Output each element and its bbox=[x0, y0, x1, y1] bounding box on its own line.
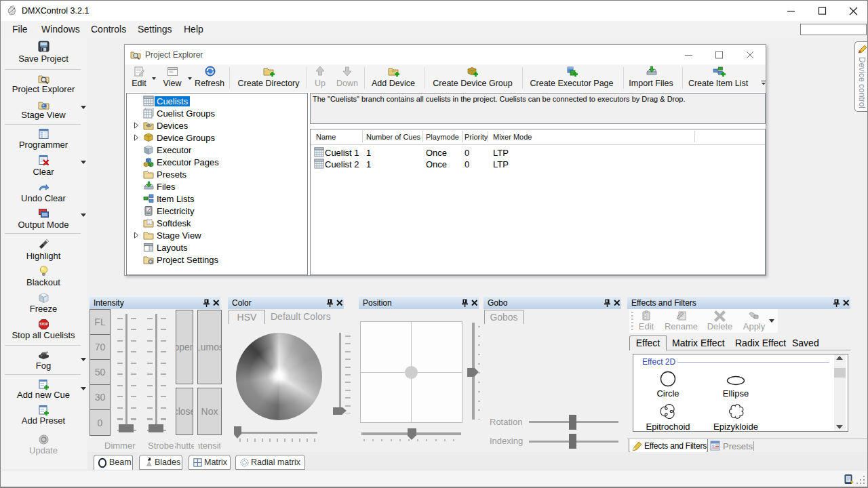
svg-text:STOP: STOP bbox=[39, 323, 47, 326]
